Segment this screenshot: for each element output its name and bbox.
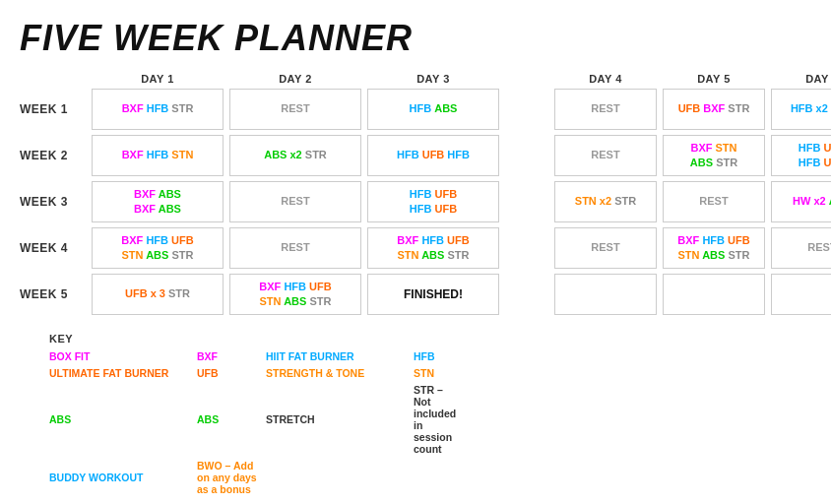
week3-label: WEEK 3 [20, 195, 89, 209]
key-section: KEY BOX FIT BXF HIIT FAT BURNER HFB ULTI… [20, 333, 811, 498]
w2d4: REST [554, 135, 657, 176]
key-ufb-name: ULTIMATE FAT BURNER [49, 367, 187, 379]
w4d5: BXF HFB UFB STN ABS STR [663, 227, 765, 269]
day5-header: DAY 5 [660, 73, 768, 85]
key-stn-abbr: STN [414, 367, 434, 379]
day6-header: DAY 6 [768, 73, 831, 85]
key-hiit: HIIT FAT BURNER HFB [266, 350, 463, 362]
w3d3: HFB UFB HFB UFB [367, 181, 499, 222]
w5d3: FINISHED! [367, 274, 499, 315]
key-abs: ABS ABS [49, 384, 266, 455]
w1d3: HFB ABS [367, 89, 499, 130]
day3-header: DAY 3 [364, 73, 502, 85]
w1d1: BXF HFB STR [92, 89, 224, 130]
w2d5: BXF STN ABS STR [663, 135, 765, 176]
w2d2: ABS x2 STR [229, 135, 361, 176]
w5d4 [554, 274, 657, 315]
w3d5: REST [663, 181, 765, 222]
week3-row: WEEK 3 BXF ABS BXF ABS REST HFB UFB HFB … [20, 181, 811, 222]
day2-header: DAY 2 [226, 73, 364, 85]
key-boxfit: BOX FIT BXF [49, 350, 266, 362]
w2d3: HFB UFB HFB [367, 135, 499, 176]
w3d4: STN x2 STR [554, 181, 657, 222]
w1d2: REST [229, 89, 361, 130]
page-title: FIVE WEEK PLANNER [20, 18, 811, 59]
w1d5: UFB BXF STR [663, 89, 765, 130]
key-grid: BOX FIT BXF HIIT FAT BURNER HFB ULTIMATE… [49, 350, 811, 498]
week-col-header [20, 73, 89, 85]
key-stn: STRENGTH & TONE STN [266, 367, 463, 379]
key-abs-name: ABS [49, 413, 187, 425]
week2-row: WEEK 2 BXF HFB STN ABS x2 STR HFB UFB HF… [20, 135, 811, 176]
key-ufb: ULTIMATE FAT BURNER UFB [49, 367, 266, 379]
key-str-name: STRETCH [266, 413, 404, 425]
key-bwo-abbr: BWO – Add on any days as a bonus [197, 460, 266, 495]
key-hiit-name: HIIT FAT BURNER [266, 350, 404, 362]
key-bwo-name: BUDDY WORKOUT [49, 472, 187, 483]
day1-header: DAY 1 [89, 73, 226, 85]
w4d6: REST [771, 227, 831, 269]
w5d1: UFB x 3 STR [92, 274, 224, 315]
key-title: KEY [49, 333, 811, 345]
key-stn-name: STRENGTH & TONE [266, 367, 404, 379]
w4d1: BXF HFB UFB STN ABS STR [92, 227, 224, 269]
gap-header [502, 73, 551, 85]
w3d1: BXF ABS BXF ABS [92, 181, 224, 222]
key-bwo: BUDDY WORKOUT BWO – Add on any days as a… [49, 460, 266, 495]
w1d6: HFB x2 ABS [771, 89, 831, 130]
key-ufb-abbr: UFB [197, 367, 219, 379]
w5d5 [663, 274, 765, 315]
week4-label: WEEK 4 [20, 241, 89, 255]
key-hiit-abbr: HFB [414, 350, 435, 362]
w3d2: REST [229, 181, 361, 222]
w1d4: REST [554, 89, 657, 130]
day4-header: DAY 4 [551, 73, 660, 85]
key-boxfit-abbr: BXF [197, 350, 218, 362]
w5d2: BXF HFB UFB STN ABS STR [229, 274, 361, 315]
w4d4: REST [554, 227, 657, 269]
w4d3: BXF HFB UFB STN ABS STR [367, 227, 499, 269]
week2-label: WEEK 2 [20, 149, 89, 162]
week1-label: WEEK 1 [20, 102, 89, 116]
w5d6 [771, 274, 831, 315]
planner: DAY 1 DAY 2 DAY 3 DAY 4 DAY 5 DAY 6 DAY … [20, 73, 811, 315]
w2d6: HFB UFB HFB UFB [771, 135, 831, 176]
key-boxfit-name: BOX FIT [49, 350, 187, 362]
week5-row: WEEK 5 UFB x 3 STR BXF HFB UFB STN ABS S… [20, 274, 811, 315]
week5-label: WEEK 5 [20, 287, 89, 301]
planner-header: DAY 1 DAY 2 DAY 3 DAY 4 DAY 5 DAY 6 DAY … [20, 73, 811, 85]
week1-row: WEEK 1 BXF HFB STR REST HFB ABS REST UFB… [20, 89, 811, 130]
week4-row: WEEK 4 BXF HFB UFB STN ABS STR REST BXF … [20, 227, 811, 269]
w2d1: BXF HFB STN [92, 135, 224, 176]
key-str-abbr: STR – Not included in session count [414, 384, 463, 455]
w4d2: REST [229, 227, 361, 269]
w3d6: HW x2 ABS [771, 181, 831, 222]
key-str: STRETCH STR – Not included in session co… [266, 384, 463, 455]
key-abs-abbr: ABS [197, 413, 219, 425]
